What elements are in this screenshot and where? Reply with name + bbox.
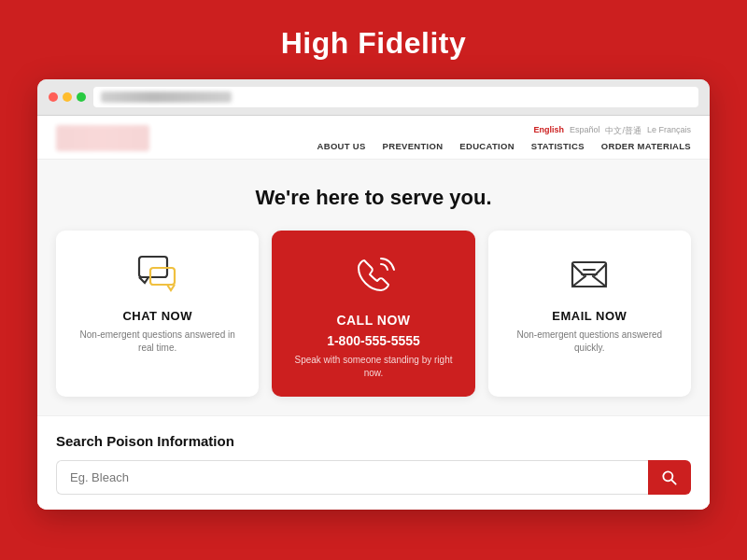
lang-english[interactable]: English: [533, 125, 564, 137]
call-card-title: CALL NOW: [336, 313, 410, 328]
nav-links: ABOUT US PREVENTION EDUCATION STATISTICS…: [317, 141, 691, 151]
website-content: English Español 中文/普通 Le Français ABOUT …: [37, 116, 710, 510]
email-card-title: EMAIL NOW: [552, 309, 627, 323]
navigation: English Español 中文/普通 Le Français ABOUT …: [37, 116, 710, 160]
nav-right: English Español 中文/普通 Le Français ABOUT …: [317, 125, 691, 151]
hero-title: We're here to serve you.: [255, 186, 491, 210]
nav-about-us[interactable]: ABOUT US: [317, 141, 366, 151]
lang-chinese[interactable]: 中文/普通: [605, 125, 641, 137]
nav-statistics[interactable]: STATISTICS: [531, 141, 585, 151]
fullscreen-dot[interactable]: [77, 92, 86, 102]
nav-order-materials[interactable]: ORDER MATERIALS: [601, 141, 691, 151]
lang-french[interactable]: Le Français: [647, 125, 691, 137]
phone-icon: [349, 251, 398, 303]
url-text: [101, 91, 232, 103]
search-section-title: Search Poison Information: [56, 433, 691, 449]
call-card-phone: 1-800-555-5555: [327, 333, 420, 348]
chat-card-desc: Non-emergent questions answered in real …: [73, 329, 242, 355]
browser-chrome: [37, 79, 710, 116]
email-card[interactable]: EMAIL NOW Non-emergent questions answere…: [488, 231, 691, 397]
email-icon: [567, 251, 612, 300]
nav-education[interactable]: EDUCATION: [459, 141, 514, 151]
cards-row: CHAT NOW Non-emergent questions answered…: [56, 231, 691, 397]
search-bar: [56, 460, 691, 495]
lang-espanol[interactable]: Español: [570, 125, 600, 137]
chat-card-title: CHAT NOW: [122, 309, 192, 323]
search-icon: [660, 469, 679, 487]
nav-prevention[interactable]: PREVENTION: [383, 141, 444, 151]
address-bar[interactable]: [93, 87, 698, 107]
minimize-dot[interactable]: [63, 92, 72, 102]
language-selector: English Español 中文/普通 Le Français: [533, 125, 691, 137]
browser-dots: [49, 92, 86, 102]
search-input[interactable]: [56, 460, 648, 495]
email-card-desc: Non-emergent questions answered quickly.: [505, 329, 674, 355]
site-logo: [56, 125, 149, 151]
page-title: High Fidelity: [281, 0, 467, 79]
browser-window: English Español 中文/普通 Le Français ABOUT …: [37, 79, 710, 510]
call-card[interactable]: CALL NOW 1-800-555-5555 Speak with someo…: [272, 231, 474, 397]
chat-icon: [135, 251, 180, 300]
close-dot[interactable]: [49, 92, 58, 102]
svg-line-6: [671, 480, 676, 484]
hero-section: We're here to serve you. CHAT NOW Non-: [37, 160, 710, 415]
chat-card[interactable]: CHAT NOW Non-emergent questions answered…: [56, 231, 259, 397]
call-card-desc: Speak with someone standing by right now…: [289, 354, 458, 380]
search-button[interactable]: [648, 460, 691, 495]
search-section: Search Poison Information: [37, 415, 710, 510]
